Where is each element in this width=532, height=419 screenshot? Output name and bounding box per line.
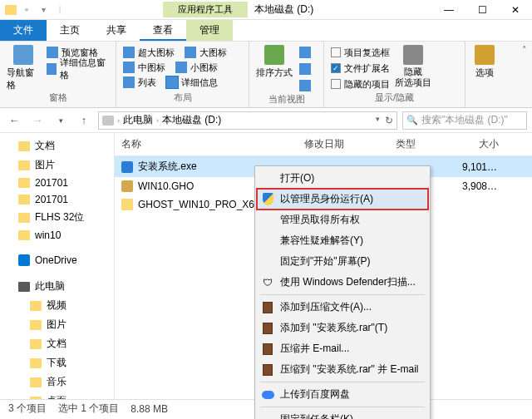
col-date[interactable]: 修改日期 — [298, 133, 389, 155]
menu-rar-email[interactable]: 压缩到 "安装系统.rar" 并 E-mail — [257, 359, 428, 380]
collapse-ribbon-icon[interactable]: ˄ — [522, 45, 527, 56]
sidebar-item[interactable]: 201701 — [0, 175, 114, 191]
navigation-sidebar: 文档图片201701201701FLHS 32位win10 OneDrive 此… — [0, 133, 115, 399]
sidebar-item[interactable]: 图片 — [0, 315, 114, 334]
layout-lg[interactable]: 大图标 — [200, 47, 227, 59]
up-button[interactable]: ↑ — [75, 111, 93, 130]
tab-view[interactable]: 查看 — [140, 20, 186, 41]
ribbon-tabs: 文件 主页 共享 查看 管理 — [0, 20, 532, 42]
crumb-drive[interactable]: 本地磁盘 (D:) — [162, 113, 221, 127]
item-checkbox-label: 项目复选框 — [344, 47, 390, 59]
folder-icon — [18, 178, 30, 188]
layout-xl[interactable]: 超大图标 — [138, 47, 175, 59]
layout-sm[interactable]: 小图标 — [190, 62, 218, 74]
menu-defender-scan[interactable]: 🛡使用 Windows Defender扫描... — [257, 272, 428, 293]
sidebar-item[interactable]: win10 — [0, 227, 114, 244]
sidebar-item[interactable]: 视频 — [0, 296, 114, 315]
options-button[interactable]: 选项 — [472, 45, 497, 79]
menu-baidu-upload[interactable]: 上传到百度网盘 — [257, 384, 428, 405]
layout-list[interactable]: 列表 — [138, 76, 156, 89]
file-name: GHOST_WIN10_PRO_X64... — [138, 199, 268, 210]
details-icon-btn[interactable] — [166, 76, 178, 88]
menu-pin-taskbar[interactable]: 固定到任务栏(K) — [257, 409, 428, 419]
qat-item[interactable]: ▾ — [37, 3, 50, 17]
sidebar-item-label: 视频 — [47, 298, 66, 313]
qat-item[interactable]: ▫ — [20, 3, 33, 17]
details-pane-label: 详细信息窗格 — [60, 57, 109, 81]
tab-manage[interactable]: 管理 — [186, 20, 233, 41]
layout-details[interactable]: 详细信息 — [181, 76, 218, 89]
maximize-button[interactable]: ☐ — [466, 0, 499, 20]
md-icon-btn[interactable] — [123, 62, 135, 73]
dropdown-icon[interactable]: ▾ — [376, 115, 380, 126]
hide-selected-button[interactable]: 隐藏 所选项目 — [395, 45, 431, 91]
tab-home[interactable]: 主页 — [47, 20, 93, 41]
shield-icon — [261, 193, 274, 206]
sidebar-item[interactable]: 文档 — [0, 334, 114, 353]
group-label-layout: 布局 — [123, 91, 242, 104]
nav-pane-button[interactable]: 导航窗格 — [7, 45, 40, 91]
menu-perms-label: 管理员取得所有权 — [280, 213, 360, 227]
chevron-right-icon[interactable]: › — [156, 116, 159, 125]
sidebar-item[interactable]: 图片 — [0, 155, 114, 175]
col-name[interactable]: 名称 — [115, 133, 298, 155]
sidebar-item-label: 图片 — [47, 318, 66, 332]
sidebar-item[interactable]: 文档 — [0, 136, 114, 155]
file-size — [456, 203, 505, 206]
addcol-button[interactable] — [299, 62, 311, 76]
col-size[interactable]: 大小 — [456, 133, 505, 155]
folder-icon — [18, 195, 30, 205]
forward-button[interactable]: → — [28, 111, 47, 130]
fitcol-button[interactable] — [299, 78, 311, 93]
context-tab-label: 应用程序工具 — [163, 2, 248, 17]
list-icon-btn[interactable] — [123, 76, 135, 88]
col-type[interactable]: 类型 — [389, 133, 456, 155]
sidebar-item[interactable]: 音乐 — [0, 372, 114, 392]
menu-add-archive[interactable]: 添加到压缩文件(A)... — [257, 297, 428, 318]
search-input[interactable]: 搜索"本地磁盘 (D:)" — [402, 111, 527, 130]
layout-md[interactable]: 中图标 — [138, 62, 165, 74]
crumb-thispc[interactable]: 此电脑 — [123, 113, 153, 127]
xl-icon-btn[interactable] — [123, 47, 135, 58]
file-ext-toggle[interactable]: ✓文件扩展名 — [331, 61, 390, 76]
group-label-pane: 窗格 — [7, 91, 109, 104]
sidebar-thispc[interactable]: 此电脑 — [0, 277, 114, 296]
close-button[interactable]: ✕ — [499, 0, 532, 20]
folder-icon — [30, 358, 42, 368]
sidebar-item[interactable]: 桌面 — [0, 392, 114, 399]
sm-icon-btn[interactable] — [175, 62, 187, 73]
menu-take-ownership[interactable]: 管理员取得所有权 — [257, 210, 428, 230]
breadcrumb[interactable]: › 此电脑 › 本地磁盘 (D:) ▾ ↻ — [98, 111, 397, 130]
tab-share[interactable]: 共享 — [93, 20, 140, 41]
menu-compat-troubleshoot[interactable]: 兼容性疑难解答(Y) — [257, 230, 428, 251]
details-pane-button[interactable]: 详细信息窗格 — [47, 62, 109, 76]
menu-open[interactable]: 打开(O) — [257, 168, 428, 189]
sort-button[interactable]: 排序方式 — [256, 45, 293, 93]
sidebar-item[interactable]: 下载 — [0, 353, 114, 372]
menu-run-as-admin[interactable]: 以管理员身份运行(A) — [257, 189, 428, 210]
menu-compress-email[interactable]: 压缩并 E-mail... — [257, 338, 428, 359]
sidebar-onedrive[interactable]: OneDrive — [0, 252, 114, 269]
sidebar-item-label: FLHS 32位 — [35, 210, 84, 224]
refresh-icon[interactable]: ↻ — [385, 115, 393, 126]
hidden-items-toggle[interactable]: 隐藏的项目 — [331, 76, 390, 91]
folder-icon — [18, 230, 30, 240]
cloud-icon — [261, 388, 274, 402]
sort-icon — [264, 45, 284, 65]
nav-pane-icon — [13, 45, 33, 65]
tab-file[interactable]: 文件 — [0, 20, 47, 41]
menu-pin-start[interactable]: 固定到"开始"屏幕(P) — [257, 251, 428, 272]
minimize-button[interactable]: — — [432, 0, 466, 20]
menu-add-rar[interactable]: 添加到 "安装系统.rar"(T) — [257, 318, 428, 338]
search-placeholder: 搜索"本地磁盘 (D:)" — [421, 113, 508, 127]
sidebar-item[interactable]: 201701 — [0, 191, 114, 208]
chevron-right-icon[interactable]: › — [117, 116, 120, 125]
item-checkbox-toggle[interactable]: 项目复选框 — [331, 45, 390, 60]
recent-dropdown[interactable]: ▾ — [52, 111, 70, 130]
lg-icon-btn[interactable] — [185, 47, 196, 58]
back-button[interactable]: ← — [5, 111, 23, 130]
menu-pin-label: 固定到"开始"屏幕(P) — [280, 254, 371, 269]
groupby-button[interactable] — [299, 45, 311, 60]
folder-icon — [18, 160, 30, 170]
sidebar-item[interactable]: FLHS 32位 — [0, 208, 114, 227]
